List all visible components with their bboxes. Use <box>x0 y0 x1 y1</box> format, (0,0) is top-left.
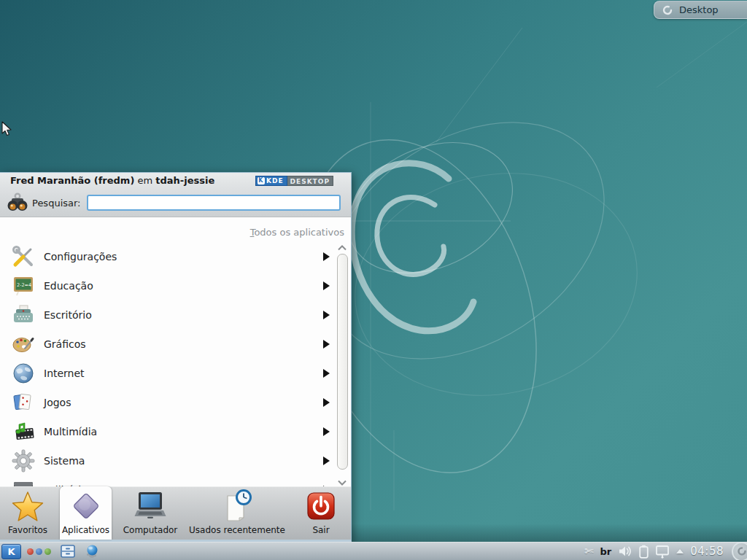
scroll-up-icon[interactable] <box>338 245 347 251</box>
kmenu-button[interactable]: K <box>1 544 21 559</box>
desktop-badge-text: DESKTOP <box>287 176 333 186</box>
kde-k-logo: K <box>258 177 265 184</box>
all-apps-rest: odos os aplicativos <box>254 227 344 238</box>
menu-item-label: Multimídia <box>44 426 97 438</box>
recently-used-clock-icon <box>220 489 255 524</box>
blue-dot-icon <box>36 548 42 555</box>
tab-label: Usados recentemente <box>189 525 285 535</box>
kickoff-tab-bar: Favoritos Aplicativos Computador <box>0 486 351 540</box>
desktop-folder-widget[interactable]: Desktop <box>654 1 747 19</box>
education-chalkboard-icon: 2-2=4 <box>12 274 35 298</box>
search-row: Pesquisar: <box>0 189 351 217</box>
expand-tray-arrow-icon[interactable] <box>676 549 684 553</box>
menu-item-label: Jogos <box>44 397 71 408</box>
menu-item-label: Internet <box>44 368 85 379</box>
all-applications-link[interactable]: Todos os aplicativos <box>250 227 344 238</box>
menu-item-graficos[interactable]: Gráficos <box>0 330 334 359</box>
em-separator: em <box>134 175 155 186</box>
blue-ball-gear-icon[interactable] <box>85 544 101 559</box>
user-host-title: Fred Maranhão (fredm) em tdah-jessie <box>10 175 214 186</box>
submenu-arrow-icon <box>323 398 330 407</box>
plasma-cashew-icon[interactable] <box>732 542 747 560</box>
multimedia-filmstrip-icon <box>12 420 35 443</box>
volume-speaker-icon[interactable] <box>618 545 632 557</box>
search-label: Pesquisar: <box>32 198 81 209</box>
binoculars-search-icon <box>6 192 29 214</box>
tab-label: Favoritos <box>8 525 47 535</box>
kde-desktop-badge: KKDE DESKTOP <box>255 176 333 186</box>
battery-icon[interactable] <box>639 545 649 559</box>
user-name: Fred Maranhão (fredm) <box>10 175 134 186</box>
kickoff-app-list-area: Todos os aplicativos Configurações 2-2=4 <box>0 217 351 487</box>
menu-item-label: Escritório <box>44 309 92 321</box>
menu-item-internet[interactable]: Internet <box>0 359 334 388</box>
menu-item-educacao[interactable]: 2-2=4 Educação <box>0 271 334 300</box>
settings-tools-icon <box>12 245 35 268</box>
tab-sair[interactable]: Sair <box>295 487 347 540</box>
tab-label: Sair <box>312 525 329 535</box>
peek-circular-arrow-icon <box>662 4 673 16</box>
system-tray: ✄ br 04:58 <box>584 542 747 560</box>
menu-item-jogos[interactable]: Jogos <box>0 388 334 417</box>
menu-item-label: Configurações <box>44 251 117 262</box>
red-dot-icon <box>27 548 34 555</box>
klipper-scissors-icon[interactable]: ✄ <box>584 545 594 558</box>
menu-item-label: Educação <box>44 280 93 292</box>
office-typewriter-icon <box>12 303 35 327</box>
applications-diamond-icon <box>69 489 104 524</box>
internet-globe-icon <box>12 362 35 385</box>
kde-badge-text: KDE <box>266 176 284 186</box>
leave-power-icon <box>303 489 338 524</box>
keyboard-layout-indicator[interactable]: br <box>600 546 612 557</box>
menu-item-sistema[interactable]: Sistema <box>0 446 334 475</box>
submenu-arrow-icon <box>323 340 330 349</box>
menu-item-multimidia[interactable]: Multimídia <box>0 417 334 446</box>
device-notifier-monitor-icon[interactable] <box>655 545 670 559</box>
search-input[interactable] <box>87 195 341 211</box>
scrollbar[interactable] <box>336 245 349 486</box>
kickoff-menu: Fred Maranhão (fredm) em tdah-jessie KKD… <box>0 172 352 542</box>
green-dot-icon <box>44 548 51 555</box>
menu-item-configuracoes[interactable]: Configurações <box>0 242 334 271</box>
graphics-palette-icon <box>12 332 35 356</box>
menu-item-label: Sistema <box>44 455 85 467</box>
desktop-widget-label: Desktop <box>679 4 719 15</box>
kickoff-header: Fred Maranhão (fredm) em tdah-jessie KKD… <box>0 173 351 217</box>
submenu-arrow-icon <box>323 456 330 465</box>
svg-text:2-2=4: 2-2=4 <box>17 282 31 288</box>
taskbar-panel: K ✄ br 04:58 <box>0 542 747 560</box>
system-gear-icon <box>12 449 35 472</box>
menu-item-escritorio[interactable]: Escritório <box>0 300 334 330</box>
tab-label: Aplicativos <box>62 525 109 535</box>
star-icon <box>10 489 45 524</box>
scroll-down-icon[interactable] <box>338 480 347 486</box>
computer-laptop-icon <box>133 489 168 524</box>
tab-usados-recentemente[interactable]: Usados recentemente <box>186 487 288 540</box>
submenu-arrow-icon <box>323 281 330 290</box>
scrollbar-thumb[interactable] <box>337 254 348 470</box>
host-name: tdah-jessie <box>155 175 214 186</box>
tab-computador[interactable]: Computador <box>117 487 184 540</box>
submenu-arrow-icon <box>323 369 330 378</box>
tab-favoritos[interactable]: Favoritos <box>1 487 54 540</box>
clock[interactable]: 04:58 <box>690 545 724 558</box>
submenu-arrow-icon <box>323 427 330 436</box>
file-drawer-icon[interactable] <box>60 544 76 559</box>
menu-item-label: Gráficos <box>44 338 86 350</box>
kde-badge-left: KKDE <box>255 176 287 186</box>
submenu-arrow-icon <box>323 311 330 319</box>
quicklaunch-dots[interactable] <box>27 548 51 555</box>
submenu-arrow-icon <box>323 252 330 261</box>
tab-label: Computador <box>123 525 178 535</box>
games-cards-icon <box>12 391 35 414</box>
category-list: Configurações 2-2=4 Educação <box>0 242 334 487</box>
menu-item-utilitarios[interactable]: Utilitários <box>0 475 334 487</box>
tab-aplicativos[interactable]: Aplicativos <box>60 486 112 540</box>
